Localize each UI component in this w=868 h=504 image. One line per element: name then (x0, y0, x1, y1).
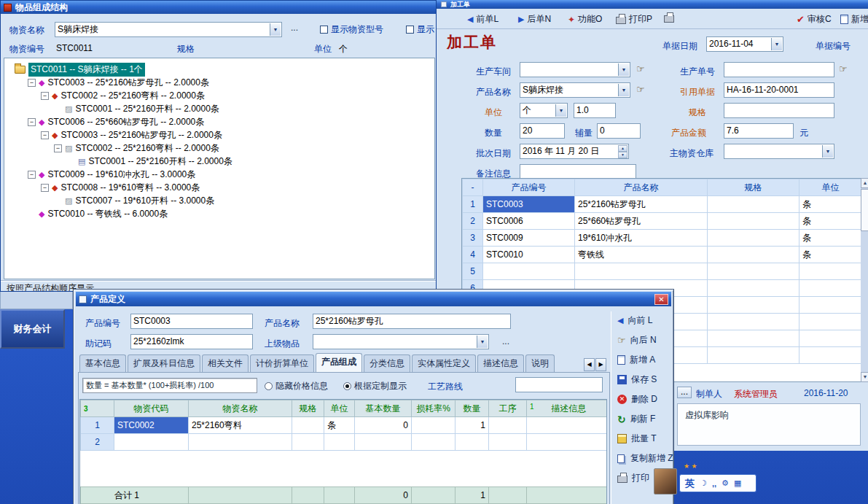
tab-related-files[interactable]: 相关文件 (202, 354, 249, 373)
tree-item[interactable]: STC0011 -- S躺床焊接 -- 1个 (15, 63, 145, 76)
custom-display-radio[interactable]: 根据定制显示 (343, 380, 407, 392)
next-record-button[interactable]: ☞向后 N (617, 334, 657, 346)
workshop-combo[interactable]: ▼ (520, 62, 630, 77)
tab-extended-accounts[interactable]: 扩展及科目信息 (128, 354, 200, 373)
table-row[interactable]: 3 STC0009 19*610冲水孔 条 (463, 230, 862, 247)
hide-price-radio[interactable]: 隐藏价格信息 (265, 380, 328, 392)
qty-input[interactable]: 20 (520, 123, 565, 139)
print-dialog-button[interactable]: 打印 (617, 472, 649, 484)
print-button[interactable]: 打印P (616, 13, 652, 26)
refresh-button[interactable]: ↻刷新 F (617, 413, 655, 425)
chevron-down-icon[interactable]: ▼ (618, 63, 629, 76)
collapse-icon[interactable]: − (28, 118, 36, 126)
radio-selected-icon[interactable] (343, 382, 351, 390)
tree-item[interactable]: − ◆ STC0009 -- 19*610冲水孔 -- 3.0000条 (28, 168, 195, 181)
material-name-combo[interactable]: S躺床焊接 ▼ (55, 22, 282, 37)
checkbox-box-icon[interactable] (406, 26, 414, 34)
prod-order-input[interactable] (724, 62, 834, 77)
table-row[interactable]: 4 STC0010 弯铁线 条 (463, 247, 862, 263)
delete-button[interactable]: ✕删除 D (617, 393, 657, 406)
radio-icon[interactable] (265, 382, 273, 390)
aux-qty-input[interactable]: 0 (597, 123, 641, 139)
workshop-lookup-icon[interactable]: ☞ (636, 63, 645, 74)
parent-item-combo[interactable]: ▼ (313, 334, 489, 349)
table-row[interactable]: 2 STC0006 25*660钻罗母孔 条 (463, 213, 862, 230)
settings-wrench-icon[interactable]: ⚙ (722, 478, 729, 488)
tab-product-composition[interactable]: 产品组成 (316, 353, 362, 373)
tree-item[interactable]: − ◆ STC0002 -- 25*2160弯料 -- 2.0000条 (41, 89, 205, 102)
add-button[interactable]: 新增 A (617, 354, 655, 366)
prev-doc-button[interactable]: ◀ 前单L (467, 13, 498, 26)
grid-row[interactable]: 2 (81, 434, 607, 451)
chevron-down-icon[interactable]: ▼ (822, 145, 833, 158)
functions-button[interactable]: ✦ 功能O (568, 13, 602, 26)
remark-input[interactable] (520, 164, 636, 179)
material-name-more-button[interactable]: ... (291, 23, 298, 33)
chevron-down-icon[interactable]: ▼ (477, 336, 488, 348)
product-combo[interactable]: S躺床焊接 ▼ (520, 82, 630, 98)
table-scrollbar[interactable]: ▲ ▼ (861, 178, 868, 382)
chevron-down-icon[interactable]: ▼ (270, 23, 281, 36)
process-order-titlebar[interactable]: 加工单 (437, 0, 868, 9)
scroll-down-icon[interactable]: ▼ (861, 372, 868, 382)
item-structure-titlebar[interactable]: 物品组成结构 (1, 1, 437, 14)
punctuation-icon[interactable]: ,, (712, 479, 716, 488)
audit-button[interactable]: ✔ 审核C (797, 13, 832, 26)
chevron-down-icon[interactable]: ▼ (771, 38, 782, 50)
tab-entity-attributes[interactable]: 实体属性定义 (412, 354, 476, 373)
product-name-input[interactable]: 25*2160钻罗母孔 (313, 314, 511, 329)
doc-date-combo[interactable]: 2016-11-04 ▼ (706, 36, 783, 52)
tab-scroll-left-icon[interactable]: ◀ (584, 358, 595, 371)
tree-item[interactable]: ▤ STC0001 -- 25*2160开料 -- 2.0000条 (67, 155, 232, 168)
collapse-icon[interactable]: − (41, 131, 49, 139)
product-code-input[interactable]: STC0003 (130, 314, 253, 329)
composition-table[interactable]: 3 物资代码 物资名称 规格 单位 基本数量 损耗率% 数量 工序 1描述信息 … (80, 400, 607, 451)
unit-combo[interactable]: 个 ▼ (520, 103, 568, 118)
grid-row[interactable]: 1 STC0002 25*2160弯料 条 0 1 (81, 417, 607, 434)
unit-factor-input[interactable]: 1.0 (574, 103, 616, 118)
add-doc-button[interactable]: 新增 (840, 13, 868, 26)
tab-classification[interactable]: 分类信息 (364, 354, 410, 373)
show-extra-checkbox[interactable]: 显示 (406, 23, 434, 36)
keyboard-icon[interactable]: ▦ (734, 478, 741, 488)
chevron-down-icon[interactable]: ▼ (555, 104, 566, 117)
nav-panel-finance[interactable]: 财务会计 (0, 309, 65, 349)
chevron-down-icon[interactable]: ▼ (618, 84, 629, 96)
spec-input[interactable] (724, 103, 834, 118)
collapse-icon[interactable]: − (54, 144, 62, 152)
product-lookup-icon[interactable]: ☞ (636, 84, 645, 95)
tab-pricing-units[interactable]: 计价折算单位 (250, 354, 314, 373)
amount-input[interactable]: 7.6 (724, 123, 794, 139)
tree-item[interactable]: − ◆ STC0008 -- 19*610弯料 -- 3.0000条 (41, 181, 200, 194)
tree-item[interactable]: − ◆ STC0003 -- 25*2160钻罗母孔 -- 2.0000条 (28, 76, 209, 89)
ime-toolbar[interactable]: ★ ★ 英 ☽ ,, ⚙ ▦ (654, 462, 763, 496)
tree-item[interactable]: − ◆ STC0003 -- 25*2160钻罗母孔 -- 2.0000条 (41, 128, 222, 141)
tree-item[interactable]: ▨ STC0007 -- 19*610开料 -- 3.0000条 (54, 194, 214, 207)
tree-item[interactable]: ◆ STC0010 -- 弯铁线 -- 6.0000条 (28, 207, 168, 220)
parent-item-more-button[interactable]: ... (502, 336, 509, 346)
tab-basic-info[interactable]: 基本信息 (79, 354, 126, 373)
close-button[interactable]: ✕ (654, 294, 668, 305)
ref-doc-input[interactable]: HA-16-11-20-0001 (724, 82, 834, 98)
date-spinner[interactable]: ▲▼ (618, 145, 627, 158)
print-preview-button[interactable] (664, 13, 674, 23)
tab-description[interactable]: 描述信息 (477, 354, 524, 373)
scroll-up-icon[interactable]: ▲ (861, 178, 868, 188)
collapse-icon[interactable]: − (41, 184, 49, 192)
batch-button[interactable]: 批量 T (617, 433, 657, 445)
prev-record-button[interactable]: ◀向前 L (617, 314, 652, 327)
collapse-icon[interactable]: − (41, 92, 49, 100)
tree-item[interactable]: ▨ STC0001 -- 25*2160开料 -- 2.0000条 (54, 102, 219, 115)
next-doc-button[interactable]: ▶ 后单N (518, 13, 551, 26)
route-input[interactable] (515, 377, 603, 392)
save-button[interactable]: 保存 S (617, 373, 657, 386)
show-model-checkbox[interactable]: 显示物资型号 (320, 23, 383, 36)
table-row[interactable]: 1 STC0003 25*2160钻罗母孔 条 (463, 196, 862, 213)
collapse-icon[interactable]: − (28, 79, 36, 87)
half-moon-icon[interactable]: ☽ (700, 478, 707, 488)
footer-more-button[interactable]: ... (677, 387, 692, 398)
tree-item[interactable]: − ▨ STC0002 -- 25*2160弯料 -- 2.0000条 (54, 141, 219, 155)
ime-lang-indicator[interactable]: 英 (685, 477, 695, 490)
tree-item[interactable]: − ◆ STC0006 -- 25*660钻罗母孔 -- 2.0000条 (28, 115, 204, 128)
ime-bar[interactable]: 英 ☽ ,, ⚙ ▦ (679, 474, 756, 492)
